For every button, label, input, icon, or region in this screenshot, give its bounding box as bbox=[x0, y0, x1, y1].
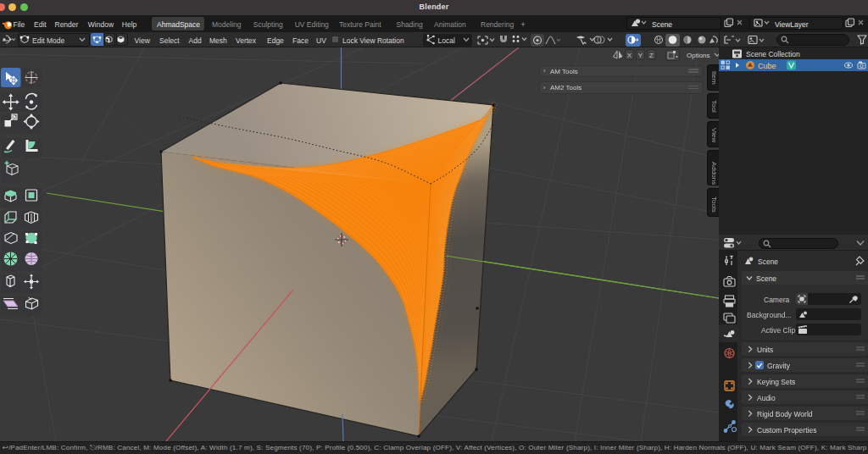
svg-text:Scene: Scene bbox=[758, 257, 778, 266]
svg-text:Cube: Cube bbox=[758, 62, 776, 70]
